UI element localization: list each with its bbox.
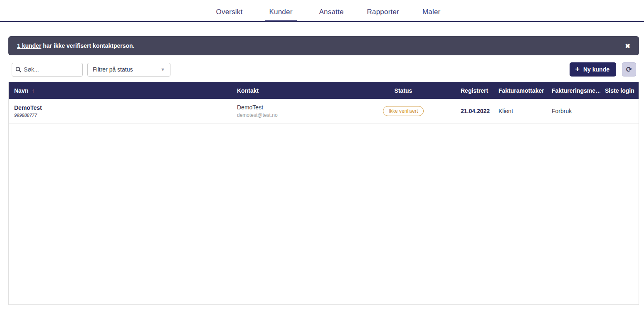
column-header-siste-login[interactable]: Siste login [600, 87, 639, 94]
table-header-row: Navn↑ Kontakt Status Registrert Fakturam… [9, 82, 639, 99]
chevron-down-icon: ▼ [160, 67, 165, 72]
column-header-faktureringsmetode[interactable]: Faktureringsme… [547, 87, 600, 94]
status-filter-label: Filtrer på status [93, 66, 133, 73]
cell-navn: DemoTest 999888777 [9, 104, 237, 118]
search-icon [15, 67, 21, 72]
column-header-kontakt[interactable]: Kontakt [237, 87, 362, 94]
nav-item-maler[interactable]: Maler [422, 8, 442, 21]
column-header-status[interactable]: Status [362, 87, 445, 94]
search-field-wrap [12, 63, 83, 77]
toolbar-right: + Ny kunde ⟳ [570, 62, 636, 77]
cell-fakturamottaker: Klient [494, 107, 547, 115]
column-header-navn[interactable]: Navn↑ [9, 87, 237, 94]
refresh-icon: ⟳ [626, 65, 632, 74]
contact-email: demotest@test.no [237, 112, 362, 118]
column-header-registrert[interactable]: Registrert [445, 87, 494, 94]
column-header-navn-label: Navn [14, 87, 28, 94]
customers-table: Navn↑ Kontakt Status Registrert Fakturam… [8, 82, 639, 305]
plus-icon: + [575, 65, 580, 73]
refresh-button[interactable]: ⟳ [622, 62, 636, 77]
column-header-fakturamottaker[interactable]: Fakturamottaker [494, 87, 547, 94]
billing-method: Forbruk [552, 108, 572, 114]
status-filter-dropdown[interactable]: Filtrer på status ▼ [87, 63, 170, 77]
nav-item-ansatte[interactable]: Ansatte [318, 8, 345, 21]
customer-org-number: 999888777 [14, 113, 237, 118]
toolbar: Filtrer på status ▼ + Ny kunde ⟳ [12, 62, 636, 77]
nav-item-rapporter[interactable]: Rapporter [366, 8, 400, 21]
new-customer-button[interactable]: + Ny kunde [570, 62, 616, 77]
cell-faktureringsmetode: Forbruk [547, 107, 600, 115]
notification-banner: 1 kunder har ikke verifisert kontaktpers… [8, 36, 639, 55]
nav-item-oversikt[interactable]: Oversikt [215, 8, 244, 21]
banner-count-link[interactable]: 1 kunder [17, 42, 41, 49]
top-navigation: Oversikt Kunder Ansatte Rapporter Maler [0, 0, 644, 22]
customer-name: DemoTest [14, 104, 237, 111]
table-row[interactable]: DemoTest 999888777 DemoTest demotest@tes… [9, 99, 639, 124]
cell-registrert: 21.04.2022 [445, 107, 494, 115]
status-badge: Ikke verifisert [383, 106, 424, 116]
cell-kontakt: DemoTest demotest@test.no [237, 104, 362, 118]
nav-item-kunder[interactable]: Kunder [265, 8, 296, 21]
new-customer-button-label: Ny kunde [583, 66, 609, 73]
search-input[interactable] [12, 63, 83, 77]
invoice-recipient: Klient [498, 108, 513, 114]
cell-status: Ikke verifisert [362, 106, 445, 116]
banner-message: har ikke verifisert kontaktperson. [41, 42, 134, 49]
registered-date: 21.04.2022 [461, 108, 490, 114]
sort-ascending-icon: ↑ [32, 87, 35, 94]
contact-name: DemoTest [237, 104, 362, 111]
close-icon[interactable]: ✖ [625, 43, 630, 49]
